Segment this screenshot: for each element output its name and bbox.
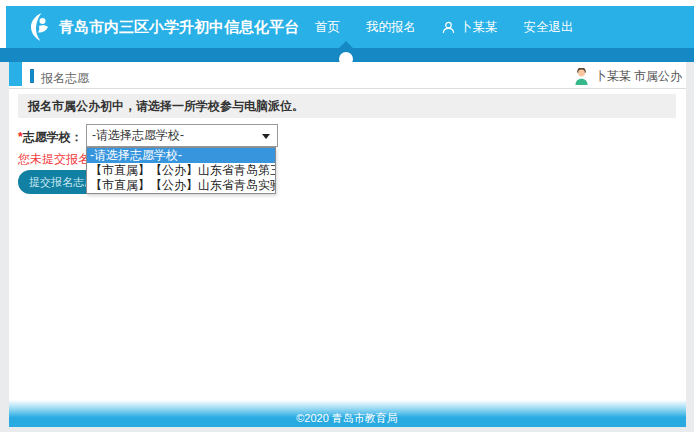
nav-item-logout[interactable]: 安全退出 — [524, 19, 574, 36]
active-tab-triangle — [339, 41, 353, 48]
breadcrumb: 报名志愿 — [41, 70, 89, 87]
school-dropdown-list: -请选择志愿学校- 【市直属】【公办】山东省青岛第三十七中学 【市直属】【公办】… — [86, 147, 276, 194]
bottom-strip — [0, 427, 694, 432]
dropdown-option[interactable]: 【市直属】【公办】山东省青岛第三十七中学 — [87, 163, 275, 178]
dropdown-option[interactable]: -请选择志愿学校- — [87, 148, 275, 163]
user-badge: 卜某某 市属公办 — [574, 68, 682, 85]
nav-item-home[interactable]: 首页 — [315, 19, 340, 36]
user-icon — [442, 21, 455, 34]
notice-bar: 报名市属公办初中，请选择一所学校参与电脑派位。 — [18, 94, 676, 118]
page-footer: ©2020 青岛市教育局 — [8, 400, 686, 427]
avatar-icon — [574, 68, 589, 85]
nav-item-my-registration[interactable]: 我的报名 — [366, 19, 416, 36]
right-gutter — [686, 62, 694, 432]
school-select-label: *志愿学校： — [18, 129, 83, 146]
nav-user-name: 卜某某 — [460, 19, 498, 36]
page: 青岛市内三区小学升初中信息化平台 首页 我的报名 卜某某 安全退出 报名志愿 卜… — [0, 0, 694, 432]
warning-text: 您未提交报名 — [18, 151, 90, 168]
school-select[interactable]: -请选择志愿学校- — [86, 124, 278, 147]
school-select-value: -请选择志愿学校- — [92, 127, 184, 144]
page-title: 青岛市内三区小学升初中信息化平台 — [59, 18, 299, 37]
copyright-text: ©2020 青岛市教育局 — [296, 411, 398, 426]
chevron-down-icon — [262, 134, 270, 139]
divider — [8, 88, 686, 89]
dropdown-option[interactable]: 【市直属】【公办】山东省青岛实验初级中学 — [87, 178, 275, 193]
main-nav: 首页 我的报名 卜某某 安全退出 — [315, 19, 600, 36]
active-tab-dot — [339, 52, 353, 66]
platform-logo-icon — [28, 12, 52, 42]
left-gutter — [0, 62, 9, 432]
breadcrumb-marker — [30, 69, 34, 83]
user-badge-label: 卜某某 市属公办 — [595, 68, 682, 85]
nav-item-user[interactable]: 卜某某 — [442, 19, 498, 36]
